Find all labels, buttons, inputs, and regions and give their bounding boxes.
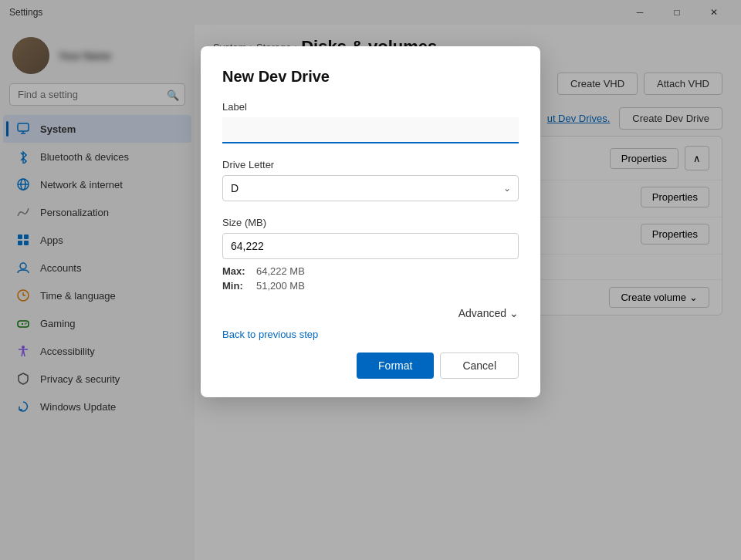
dialog-title: New Dev Drive [222,68,519,86]
back-to-previous-link[interactable]: Back to previous step [222,329,519,340]
advanced-button[interactable]: Advanced ⌄ [458,307,519,319]
drive-letter-select-wrapper: D C E F G ⌄ [222,175,519,201]
max-size-row: Max: 64,222 MB [222,265,519,277]
drive-letter-form-group: Drive Letter D C E F G ⌄ [222,159,519,201]
modal-overlay: New Dev Drive Label Drive Letter D C E F… [0,0,741,560]
max-label: Max: [222,265,250,277]
drive-letter-select[interactable]: D C E F G [222,175,519,201]
size-label: Size (MB) [222,217,519,228]
max-value: 64,222 MB [256,265,305,277]
back-link-row: Back to previous step [222,329,519,340]
size-constraints: Max: 64,222 MB Min: 51,200 MB [222,265,519,292]
min-label: Min: [222,280,250,292]
label-input[interactable] [222,117,519,143]
label-field-label: Label [222,101,519,113]
drive-letter-label: Drive Letter [222,159,519,170]
size-input[interactable] [222,233,519,259]
cancel-button[interactable]: Cancel [440,353,519,379]
label-form-group: Label [222,101,519,143]
min-size-row: Min: 51,200 MB [222,280,519,292]
dialog-actions: Format Cancel [222,353,519,379]
size-form-group: Size (MB) Max: 64,222 MB Min: 51,200 MB [222,217,519,292]
advanced-chevron-icon: ⌄ [509,307,519,319]
advanced-row: Advanced ⌄ [222,307,519,319]
format-button[interactable]: Format [357,353,434,379]
advanced-label: Advanced [458,307,506,319]
min-value: 51,200 MB [256,280,305,292]
new-dev-drive-dialog: New Dev Drive Label Drive Letter D C E F… [201,46,540,397]
